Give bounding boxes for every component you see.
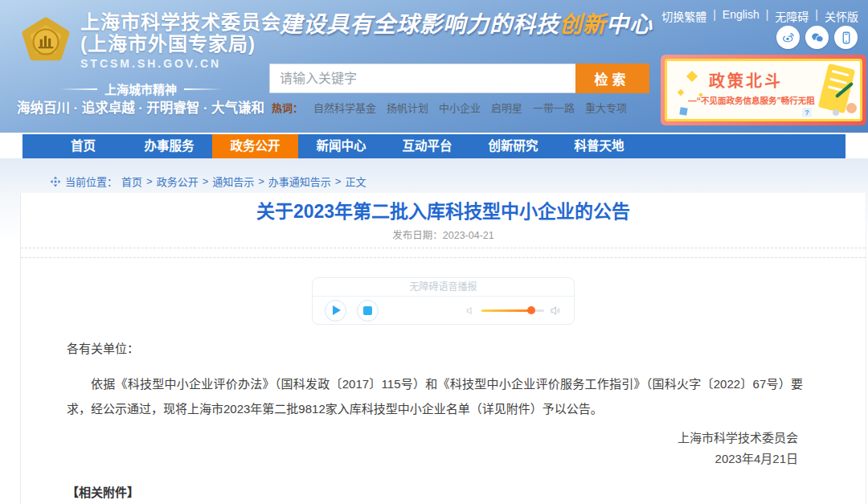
move-icon bbox=[50, 176, 61, 187]
breadcrumb: 当前位置： 首页 > 政务公开 > 通知告示 > 办事通知告示 > 正文 bbox=[50, 174, 366, 189]
separator: | bbox=[713, 8, 716, 24]
breadcrumb-separator: > bbox=[146, 175, 153, 187]
nav-item-innovation[interactable]: 创新研究 bbox=[470, 134, 556, 158]
link-english[interactable]: English bbox=[723, 8, 760, 24]
article-paragraph: 依据《科技型中小企业评价办法》（国科发政〔2017〕115号）和《科技型中小企业… bbox=[67, 371, 803, 421]
volume-control bbox=[465, 305, 562, 317]
breadcrumb-item-notices[interactable]: 通知告示 bbox=[212, 174, 254, 189]
separator: | bbox=[815, 8, 818, 24]
signature-block: 上海市科学技术委员会 2023年4月21日 bbox=[21, 428, 798, 469]
site-titles: 上海市科学技术委员会 (上海市外国专家局) STCSM.SH.GOV.CN bbox=[80, 11, 281, 70]
volume-fill bbox=[481, 309, 532, 312]
volume-low-icon bbox=[465, 305, 476, 316]
policy-beidou-banner[interactable]: 政策北斗 —“不见面政务信息服务”畅行无阻 ? bbox=[661, 55, 866, 125]
hot-keyword-link[interactable]: 重大专项 bbox=[585, 100, 627, 115]
city-spirit-label: 上海城市精神 bbox=[8, 80, 273, 97]
divider-line bbox=[59, 88, 97, 90]
nav-item-services[interactable]: 办事服务 bbox=[126, 134, 212, 158]
logo-group: 上海市科学技术委员会 (上海市外国专家局) STCSM.SH.GOV.CN bbox=[19, 11, 281, 70]
nav-item-interaction[interactable]: 互动平台 bbox=[384, 134, 470, 158]
dot-decoration bbox=[833, 109, 839, 116]
breadcrumb-label: 当前位置： bbox=[65, 174, 117, 189]
search-input[interactable] bbox=[269, 64, 575, 93]
hot-keyword-link[interactable]: 一带一路 bbox=[533, 100, 575, 115]
question-mark-icon: ? bbox=[802, 108, 812, 117]
hot-keywords: 热词： 自然科学基金 扬帆计划 中小企业 启明星 一带一路 重大专项 bbox=[272, 100, 627, 115]
utility-links: 切换繁體 | English | 无障碍 | 关怀版 bbox=[661, 8, 858, 24]
site-domain: STCSM.SH.GOV.CN bbox=[80, 57, 281, 70]
volume-knob[interactable] bbox=[527, 306, 535, 314]
audio-player-title: 无障碍语音播报 bbox=[313, 278, 574, 297]
link-traditional-chinese[interactable]: 切换繁體 bbox=[661, 8, 706, 24]
volume-high-icon bbox=[550, 305, 562, 317]
wechat-icon[interactable] bbox=[805, 26, 829, 49]
search-bar: 检索 bbox=[269, 64, 649, 93]
site-header: 上海市科学技术委员会 (上海市外国专家局) STCSM.SH.GOV.CN 上海… bbox=[0, 0, 868, 133]
publish-date-label: 发布日期： bbox=[392, 230, 443, 241]
breadcrumb-separator: > bbox=[335, 175, 342, 187]
breadcrumb-item-home[interactable]: 首页 bbox=[121, 174, 142, 189]
article-salutation: 各有关单位： bbox=[67, 339, 866, 356]
nav-item-science[interactable]: 科普天地 bbox=[556, 134, 642, 158]
stop-button[interactable] bbox=[357, 300, 379, 322]
square-decoration bbox=[679, 107, 687, 115]
signature-date: 2023年4月21日 bbox=[21, 449, 798, 469]
slogan-pre: 建设具有全球影响力的科技 bbox=[280, 12, 559, 37]
hot-keyword-link[interactable]: 启明星 bbox=[491, 100, 522, 115]
breadcrumb-item-gov-disclosure[interactable]: 政务公开 bbox=[157, 174, 199, 189]
banner-inner: 政策北斗 —“不见面政务信息服务”畅行无阻 ? bbox=[665, 59, 862, 121]
nav-item-home[interactable]: 首页 bbox=[40, 134, 126, 158]
slogan-post: 中心 bbox=[606, 12, 653, 37]
dashed-divider bbox=[21, 257, 866, 258]
signer-name: 上海市科学技术委员会 bbox=[21, 428, 798, 449]
publish-date: 发布日期：2023-04-21 bbox=[21, 227, 866, 242]
link-accessibility[interactable]: 无障碍 bbox=[775, 8, 809, 24]
breadcrumb-item-service-notices[interactable]: 办事通知告示 bbox=[268, 174, 331, 189]
city-motto: 海纳百川 · 追求卓越 · 开明睿智 · 大气谦和 bbox=[8, 97, 273, 117]
divider-line bbox=[184, 88, 223, 90]
dashed-divider bbox=[21, 248, 866, 248]
site-title-line2: (上海市外国专家局) bbox=[80, 33, 281, 55]
link-care-version[interactable]: 关怀版 bbox=[825, 8, 858, 24]
site-title-line1: 上海市科学技术委员会 bbox=[80, 11, 281, 33]
audio-player: 无障碍语音播报 bbox=[312, 277, 575, 325]
spirit-text: 上海城市精神 bbox=[104, 80, 177, 97]
social-icons bbox=[776, 26, 858, 49]
article-panel: 关于2023年第二批入库科技型中小企业的公告 发布日期：2023-04-21 无… bbox=[20, 193, 866, 504]
weibo-icon[interactable] bbox=[776, 26, 800, 49]
play-button[interactable] bbox=[325, 300, 346, 322]
gov-emblem-icon bbox=[19, 16, 72, 69]
header-slogan: 建设具有全球影响力的科技创新中心 bbox=[280, 6, 657, 39]
volume-slider[interactable] bbox=[481, 309, 544, 312]
attachments-heading: 【相关附件】 bbox=[67, 483, 866, 500]
mobile-icon[interactable] bbox=[834, 26, 858, 49]
hot-keyword-link[interactable]: 自然科学基金 bbox=[313, 100, 376, 115]
main-nav: 首页 办事服务 政务公开 新闻中心 互动平台 创新研究 科普天地 bbox=[23, 134, 845, 158]
breadcrumb-separator: > bbox=[258, 175, 264, 187]
breadcrumb-item-current[interactable]: 正文 bbox=[345, 174, 366, 189]
play-icon bbox=[333, 305, 341, 315]
stop-icon bbox=[363, 306, 372, 315]
hot-keyword-link[interactable]: 扬帆计划 bbox=[387, 100, 428, 115]
nav-item-news[interactable]: 新闻中心 bbox=[298, 134, 384, 158]
breadcrumb-separator: > bbox=[203, 175, 209, 187]
page-body: 当前位置： 首页 > 政务公开 > 通知告示 > 办事通知告示 > 正文 关于2… bbox=[0, 158, 868, 504]
separator: | bbox=[766, 8, 769, 24]
publish-date-value: 2023-04-21 bbox=[443, 230, 494, 241]
hot-keywords-label: 热词： bbox=[272, 100, 303, 115]
page: 上海市科学技术委员会 (上海市外国专家局) STCSM.SH.GOV.CN 上海… bbox=[0, 0, 868, 504]
nav-item-gov-disclosure[interactable]: 政务公开 bbox=[212, 134, 298, 158]
hand-illustration bbox=[846, 103, 857, 113]
search-button[interactable]: 检索 bbox=[575, 64, 649, 93]
page-title: 关于2023年第二批入库科技型中小企业的公告 bbox=[21, 199, 866, 223]
audio-controls bbox=[313, 297, 574, 324]
slogan-highlight: 创新 bbox=[559, 12, 606, 37]
hot-keyword-link[interactable]: 中小企业 bbox=[439, 100, 481, 115]
